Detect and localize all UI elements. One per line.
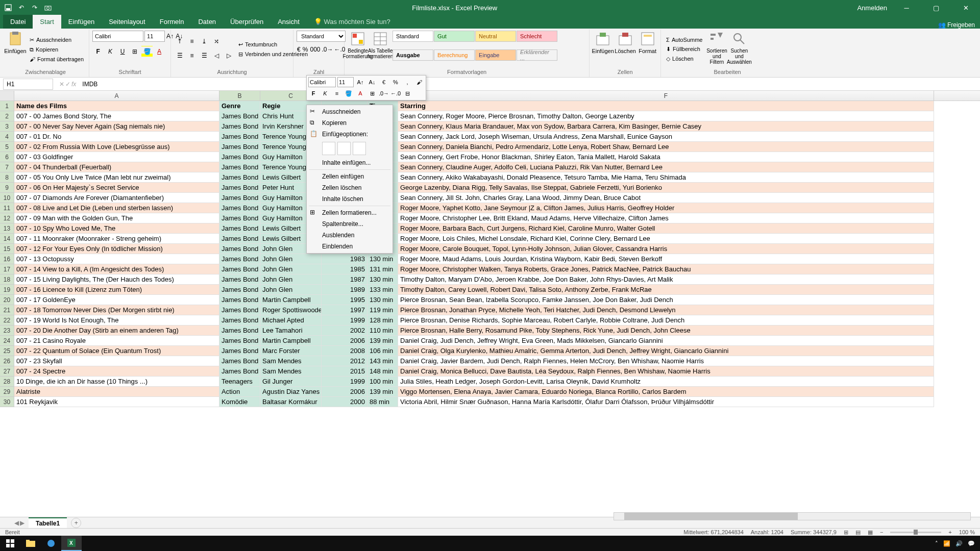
cell[interactable]: James Bond (219, 193, 260, 203)
cell[interactable]: James Bond (219, 336, 260, 346)
cell[interactable]: James Bond (219, 111, 260, 121)
percent-icon[interactable]: % (302, 44, 309, 55)
ctx-cut[interactable]: ✂Ausschneiden (307, 106, 393, 117)
cell[interactable]: Victoria Abril, Hilmir Snær Guðnason, Ha… (398, 397, 934, 407)
file-explorer-button[interactable] (20, 536, 41, 551)
tray-network-icon[interactable]: 📶 (943, 540, 950, 547)
cell[interactable]: 2008 (322, 346, 368, 356)
cell[interactable]: Roger Moore, Christopher Walken, Tanya R… (398, 264, 934, 274)
format-painter-button[interactable]: 🖌Format übertragen (28, 55, 86, 63)
fill-button[interactable]: ⬇Füllbereich (664, 45, 704, 54)
comma-icon[interactable]: 000 (309, 44, 321, 55)
cell[interactable]: 1989 (322, 285, 368, 295)
cell[interactable]: Sean Connery, Roger Moore, Pierce Brosna… (398, 111, 934, 121)
cell[interactable]: 007 - 00 James Bond Story, The (14, 111, 219, 121)
cell[interactable]: Julia Stiles, Heath Ledger, Joseph Gordo… (398, 377, 934, 387)
ctx-column-width[interactable]: Spaltenbreite... (307, 218, 393, 230)
ctx-insert-cells[interactable]: Zellen einfügen (307, 171, 393, 182)
cell[interactable]: James Bond (219, 183, 260, 193)
cell[interactable]: 10 Dinge, die ich an Dir hasse (10 Thing… (14, 377, 219, 387)
cell[interactable]: James Bond (219, 132, 260, 142)
mini-increase-decimal-icon[interactable]: .0→ (379, 88, 389, 98)
cell[interactable]: Roger Moore, Christopher Lee, Britt Ekla… (398, 213, 934, 223)
cell[interactable]: 007 - 11 Moonraker (Moonraker - Streng g… (14, 234, 219, 244)
mini-percent-icon[interactable]: % (390, 77, 401, 87)
formula-input[interactable]: IMDB (79, 81, 980, 88)
paste-button[interactable]: Einfügen (5, 31, 26, 68)
cell[interactable]: Daniel Craig, Javier Bardem, Judi Dench,… (398, 356, 934, 366)
bold-button[interactable]: F (92, 46, 104, 57)
align-top-icon[interactable]: ⤒ (174, 36, 185, 47)
cell[interactable]: James Bond (219, 325, 260, 336)
style-ausgabe[interactable]: Ausgabe (393, 49, 433, 61)
cell[interactable]: Daniel Craig, Judi Dench, Jeffrey Wright… (398, 336, 934, 346)
cell[interactable]: James Bond (219, 305, 260, 315)
cell[interactable]: Pierce Brosnan, Halle Berry, Rosamund Pi… (398, 325, 934, 336)
share-button[interactable]: 👥 Freigeben (938, 21, 975, 29)
ctx-unhide[interactable]: Einblenden (307, 241, 393, 252)
cell[interactable]: Komödie (219, 397, 260, 407)
view-page-break-icon[interactable]: ▦ (868, 529, 873, 536)
cell[interactable]: James Bond (219, 142, 260, 152)
paste-option-1[interactable] (322, 142, 335, 155)
currency-icon[interactable]: € (297, 44, 301, 55)
cell[interactable]: 007 - 12 For Your Eyes Only (In tödliche… (14, 244, 219, 254)
format-as-table-button[interactable]: Als Tabelle formatieren (370, 31, 390, 68)
zoom-out-button[interactable]: − (880, 529, 883, 535)
cell[interactable]: 007 - 17 GoldenEye (14, 295, 219, 305)
ctx-paste-special[interactable]: Inhalte einfügen... (307, 157, 393, 168)
style-eingabe[interactable]: Eingabe (475, 49, 516, 61)
cell[interactable]: 130 min (368, 254, 398, 264)
cell[interactable]: Pierce Brosnan, Denise Richards, Sophie … (398, 315, 934, 325)
cell[interactable]: 007 - 08 Live and Let Die (Leben und ste… (14, 203, 219, 213)
cell[interactable]: Sam Mendes (260, 366, 322, 377)
font-size-select[interactable] (144, 31, 165, 42)
cell[interactable]: 1983 (322, 254, 368, 264)
cell[interactable]: 007 - 02 From Russia With Love (Liebesgr… (14, 142, 219, 152)
cell[interactable]: Roger Moore, Lois Chiles, Michel Lonsdal… (398, 234, 934, 244)
undo-icon[interactable]: ↶ (17, 4, 26, 12)
font-color-button[interactable]: A (154, 46, 165, 57)
style-berechnung[interactable]: Berechnung (434, 49, 475, 61)
cell[interactable]: 1997 (322, 305, 368, 315)
cell[interactable]: 007 - 10 Spy Who Loved Me, The (14, 223, 219, 234)
cell[interactable]: 133 min (368, 285, 398, 295)
cell[interactable]: Sean Connery, Jill St. John, Charles Gra… (398, 193, 934, 203)
cell[interactable]: Martin Campbell (260, 336, 322, 346)
cell[interactable]: 128 min (368, 315, 398, 325)
cell[interactable]: James Bond (219, 264, 260, 274)
mini-fill-color-icon[interactable]: 🪣 (344, 88, 354, 98)
tray-sound-icon[interactable]: 🔊 (955, 540, 963, 547)
sheet-nav-prev-icon[interactable]: ◀ (14, 519, 19, 527)
mini-align-icon[interactable]: ≡ (332, 88, 342, 98)
align-bottom-icon[interactable]: ⤓ (199, 36, 210, 47)
border-button[interactable]: ⊞ (129, 46, 140, 57)
cell[interactable]: 1995 (322, 295, 368, 305)
minimize-button[interactable]: ─ (896, 1, 917, 15)
align-center-icon[interactable]: ≡ (186, 50, 198, 61)
spreadsheet-grid[interactable]: A B C D E F 1 Name des Films Genre Regie… (0, 91, 980, 486)
cell[interactable]: Sean Connery, Jack Lord, Joseph Wiseman,… (398, 132, 934, 142)
paste-option-2[interactable] (337, 142, 351, 155)
tab-review[interactable]: Überprüfen (223, 15, 271, 29)
mini-size-select[interactable] (337, 77, 354, 87)
cell[interactable]: Baltasar Kormákur (260, 397, 322, 407)
cell[interactable]: James Bond (219, 152, 260, 162)
cell[interactable]: George Lazenby, Diana Rigg, Telly Savala… (398, 183, 934, 193)
cell[interactable]: 100 min (368, 377, 398, 387)
style-schlecht[interactable]: Schlecht (517, 31, 557, 42)
mini-currency-icon[interactable]: € (379, 77, 389, 87)
maximize-button[interactable]: ▢ (926, 1, 946, 15)
cell[interactable]: 143 min (368, 356, 398, 366)
camera-icon[interactable] (44, 4, 52, 12)
mini-grow-font-icon[interactable]: A↑ (355, 77, 365, 87)
cell[interactable]: 119 min (368, 305, 398, 315)
name-box[interactable]: H1 (3, 79, 53, 90)
orientation-icon[interactable]: ⤭ (211, 36, 222, 47)
mini-bold-button[interactable]: F (308, 88, 318, 98)
ctx-copy[interactable]: ⧉Kopieren (307, 117, 393, 129)
cell[interactable]: 007 - 01 Dr. No (14, 132, 219, 142)
cell[interactable]: John Glen (260, 285, 322, 295)
fill-color-button[interactable]: 🪣 (141, 46, 153, 57)
cell[interactable]: 007 - 13 Octopussy (14, 254, 219, 264)
